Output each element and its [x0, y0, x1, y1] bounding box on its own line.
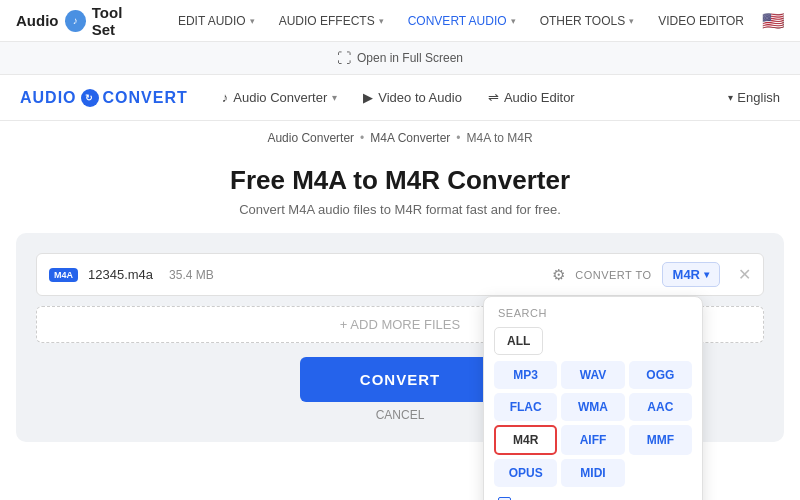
logo-icon: ♪: [65, 10, 86, 32]
sub-nav: AUDIO ↻ CONVERT ♪ Audio Converter ▾ ▶ Vi…: [0, 75, 800, 121]
format-flac[interactable]: FLAC: [494, 393, 557, 421]
format-selector[interactable]: M4R ▾: [662, 262, 720, 287]
chevron-down-icon: ▾: [379, 16, 384, 26]
breadcrumb-item-3: M4A to M4R: [467, 131, 533, 145]
sub-nav-editor-label: Audio Editor: [504, 90, 575, 105]
sub-nav-editor[interactable]: ⇌ Audio Editor: [476, 75, 587, 121]
breadcrumb-item-2[interactable]: M4A Converter: [370, 131, 450, 145]
set-all-row: ✓ Set for all files: [494, 493, 692, 500]
sub-logo[interactable]: AUDIO ↻ CONVERT: [20, 89, 188, 107]
format-mmf[interactable]: MMF: [629, 425, 692, 455]
selected-format: M4R: [673, 267, 700, 282]
chevron-down-icon: ▾: [704, 269, 709, 280]
fullscreen-bar[interactable]: ⛶ Open in Full Screen: [0, 42, 800, 75]
chevron-down-icon: ▾: [332, 92, 337, 103]
editor-icon: ⇌: [488, 90, 499, 105]
fullscreen-label: Open in Full Screen: [357, 51, 463, 65]
format-m4r[interactable]: M4R: [494, 425, 557, 455]
top-nav: Audio ♪ Tool Set EDIT AUDIO ▾ AUDIO EFFE…: [0, 0, 800, 42]
format-mp3[interactable]: MP3: [494, 361, 557, 389]
nav-other-tools[interactable]: OTHER TOOLS ▾: [530, 0, 645, 42]
breadcrumb-item-1[interactable]: Audio Converter: [267, 131, 354, 145]
sub-logo-convert: CONVERT: [103, 89, 188, 107]
chevron-down-icon: ▾: [629, 16, 634, 26]
format-midi[interactable]: MIDI: [561, 459, 624, 487]
page-subtitle: Convert M4A audio files to M4R format fa…: [20, 202, 780, 217]
hero-section: Free M4A to M4R Converter Convert M4A au…: [0, 153, 800, 233]
logo-text2: Tool Set: [92, 4, 148, 38]
main-area: M4A 12345.m4a 35.4 MB ⚙ CONVERT TO M4R ▾…: [16, 233, 784, 442]
page-title: Free M4A to M4R Converter: [20, 165, 780, 196]
search-label: SEARCH: [494, 307, 692, 319]
video-icon: ▶: [363, 90, 373, 105]
convert-button[interactable]: CONVERT: [300, 357, 500, 402]
sub-nav-video-audio[interactable]: ▶ Video to Audio: [351, 75, 474, 121]
nav-audio-effects[interactable]: AUDIO EFFECTS ▾: [269, 0, 394, 42]
file-size: 35.4 MB: [169, 268, 214, 282]
format-opus[interactable]: OPUS: [494, 459, 557, 487]
music-icon: ♪: [222, 90, 229, 105]
format-aac[interactable]: AAC: [629, 393, 692, 421]
file-row: M4A 12345.m4a 35.4 MB ⚙ CONVERT TO M4R ▾…: [36, 253, 764, 296]
fullscreen-icon: ⛶: [337, 50, 351, 66]
sub-nav-video-label: Video to Audio: [378, 90, 462, 105]
flag-icon[interactable]: 🇺🇸: [762, 10, 784, 32]
file-name: 12345.m4a: [88, 267, 153, 282]
nav-video-editor[interactable]: VIDEO EDITOR: [648, 0, 754, 42]
format-aiff[interactable]: AIFF: [561, 425, 624, 455]
sub-logo-icon: ↻: [81, 89, 99, 107]
chevron-down-icon: ▾: [250, 16, 255, 26]
format-ogg[interactable]: OGG: [629, 361, 692, 389]
sub-nav-converter-label: Audio Converter: [233, 90, 327, 105]
format-grid: MP3 WAV OGG FLAC WMA AAC M4R AIFF MMF OP…: [494, 361, 692, 487]
sub-nav-converter[interactable]: ♪ Audio Converter ▾: [210, 75, 349, 121]
convert-to-label: CONVERT TO: [575, 269, 651, 281]
settings-icon[interactable]: ⚙: [552, 266, 565, 284]
file-type-badge: M4A: [49, 268, 78, 282]
format-wav[interactable]: WAV: [561, 361, 624, 389]
format-wma[interactable]: WMA: [561, 393, 624, 421]
breadcrumb-separator: •: [456, 131, 460, 145]
logo[interactable]: Audio ♪ Tool Set: [16, 4, 148, 38]
nav-edit-audio[interactable]: EDIT AUDIO ▾: [168, 0, 265, 42]
sub-logo-text: AUDIO: [20, 89, 77, 107]
cancel-button[interactable]: CANCEL: [376, 408, 425, 422]
chevron-down-icon: ▾: [728, 92, 733, 103]
chevron-down-icon: ▾: [511, 16, 516, 26]
language-label: English: [737, 90, 780, 105]
nav-convert-audio[interactable]: CONVERT AUDIO ▾: [398, 0, 526, 42]
logo-text1: Audio: [16, 12, 59, 29]
all-formats-button[interactable]: ALL: [494, 327, 543, 355]
add-more-label: + ADD MORE FILES: [340, 317, 460, 332]
format-dropdown: SEARCH ALL MP3 WAV OGG FLAC WMA AAC M4R …: [483, 296, 703, 500]
language-selector[interactable]: ▾ English: [728, 90, 780, 105]
close-icon[interactable]: ✕: [738, 265, 751, 284]
breadcrumb: Audio Converter • M4A Converter • M4A to…: [0, 121, 800, 153]
breadcrumb-separator: •: [360, 131, 364, 145]
